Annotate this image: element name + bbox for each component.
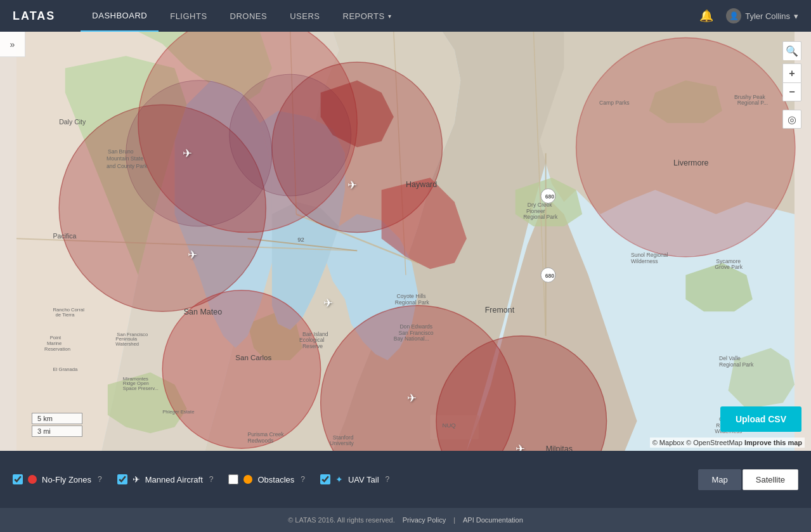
uav-tail-help[interactable]: ? (386, 475, 390, 484)
svg-text:680: 680 (545, 193, 555, 200)
map-attribution: © Mapbox © OpenStreetMap Improve this ma… (650, 438, 805, 448)
map-view-btn[interactable]: Map (698, 469, 741, 490)
satellite-view-btn[interactable]: Satellite (743, 469, 798, 490)
svg-text:Don Edwards: Don Edwards (399, 323, 432, 330)
svg-text:El Granada: El Granada (53, 367, 78, 372)
svg-text:Livermore: Livermore (673, 159, 708, 167)
svg-text:San Mateo: San Mateo (184, 308, 222, 316)
svg-text:San Francisco: San Francisco (398, 330, 433, 336)
header: LATAS DASHBOARD FLIGHTS DRONES USERS REP… (0, 0, 811, 32)
footer-divider: | (453, 516, 455, 524)
svg-text:Camp Parks: Camp Parks (599, 100, 629, 106)
svg-text:Hayward: Hayward (406, 180, 437, 189)
uav-tail-icon: ✦ (335, 474, 343, 484)
svg-text:Regional Park: Regional Park (523, 214, 558, 220)
svg-text:Del Valle: Del Valle (719, 355, 741, 361)
obstacles-dot (243, 475, 252, 484)
nav-reports[interactable]: REPORTS ▾ (332, 0, 403, 32)
svg-text:Reserve: Reserve (302, 343, 323, 349)
svg-text:Point: Point (50, 335, 62, 341)
legend-manned-aircraft: ✈ Manned Aircraft ? (117, 474, 214, 484)
logo: LATAS (13, 10, 55, 23)
svg-text:Stanford: Stanford (333, 434, 354, 441)
svg-text:Bair Island: Bair Island (302, 331, 328, 337)
header-right: 🔔 👤 Tyler Collins ▾ (699, 8, 798, 23)
view-toggle: Map Satellite (698, 469, 798, 490)
svg-text:University: University (330, 440, 354, 446)
svg-text:San Bruno: San Bruno (108, 148, 134, 155)
nav-drones[interactable]: DRONES (219, 0, 279, 32)
notification-bell-icon[interactable]: 🔔 (699, 9, 713, 23)
improve-map-link[interactable]: Improve this map (744, 439, 802, 446)
legend: No-Fly Zones ? ✈ Manned Aircraft ? Obsta… (13, 474, 698, 484)
no-fly-zones-help[interactable]: ? (98, 475, 102, 484)
manned-aircraft-label: Manned Aircraft (145, 475, 203, 484)
upload-csv-button[interactable]: Upload CSV (720, 406, 801, 432)
obstacles-label: Obstacles (257, 475, 294, 484)
nav-flights[interactable]: FLIGHTS (159, 0, 218, 32)
svg-text:Regional Park: Regional Park (719, 361, 754, 368)
svg-text:Reservation: Reservation (44, 346, 70, 352)
svg-text:Watershed: Watershed (115, 341, 139, 347)
uav-tail-label: UAV Tail (348, 475, 379, 484)
api-docs-link[interactable]: API Documentation (463, 516, 523, 524)
location-btn[interactable]: ◎ (782, 110, 801, 129)
svg-text:Daly City: Daly City (59, 118, 86, 126)
manned-aircraft-help[interactable]: ? (209, 475, 214, 484)
zoom-in-btn[interactable]: + (782, 63, 801, 82)
manned-aircraft-icon: ✈ (133, 474, 140, 484)
sidebar-toggle[interactable]: » (0, 32, 25, 57)
legend-obstacles: Obstacles ? (228, 474, 305, 484)
uav-tail-checkbox[interactable] (320, 474, 330, 484)
svg-text:Purisma Creek: Purisma Creek (248, 431, 285, 438)
scale-mi: 3 mi (32, 425, 82, 437)
map-search-btn[interactable]: 🔍 (782, 41, 801, 60)
bottom-bar: No-Fly Zones ? ✈ Manned Aircraft ? Obsta… (0, 451, 811, 508)
svg-text:Marine: Marine (47, 341, 62, 346)
svg-text:Regional P...: Regional P... (737, 100, 768, 106)
svg-text:Milpitas: Milpitas (546, 444, 573, 451)
reports-dropdown-arrow: ▾ (388, 13, 392, 20)
no-fly-zones-checkbox[interactable] (13, 474, 23, 484)
obstacles-checkbox[interactable] (228, 474, 238, 484)
nav-dashboard[interactable]: DASHBOARD (81, 0, 159, 32)
map-background: Daly City Pacifica Hayward San Mateo San… (0, 32, 811, 451)
main-nav: DASHBOARD FLIGHTS DRONES USERS REPORTS ▾ (81, 0, 699, 32)
svg-text:680: 680 (545, 273, 555, 279)
scale-km: 5 km (32, 413, 82, 424)
user-name: Tyler Collins (745, 11, 790, 21)
footer: © LATAS 2016. All rights reserved. Priva… (0, 508, 811, 532)
obstacles-help[interactable]: ? (301, 475, 305, 484)
nav-users[interactable]: USERS (278, 0, 331, 32)
svg-text:de Tierra: de Tierra (55, 312, 75, 318)
footer-copyright: © LATAS 2016. All rights reserved. (288, 516, 395, 524)
svg-text:Phleger Estate: Phleger Estate (162, 409, 194, 415)
svg-text:92: 92 (297, 236, 304, 243)
svg-text:NUQ: NUQ (443, 422, 456, 429)
svg-text:Bay National...: Bay National... (394, 335, 429, 342)
svg-point-12 (576, 38, 795, 257)
svg-text:Pioneer: Pioneer (526, 208, 545, 214)
user-menu-arrow: ▾ (794, 11, 798, 21)
legend-uav-tail: ✦ UAV Tail ? (320, 474, 389, 484)
svg-text:Ecological: Ecological (299, 337, 324, 343)
zoom-out-btn[interactable]: − (782, 82, 801, 101)
map-scale: 5 km 3 mi (32, 413, 82, 438)
svg-text:Space Preserv...: Space Preserv... (123, 386, 159, 391)
svg-text:Grove Park: Grove Park (715, 264, 743, 270)
privacy-policy-link[interactable]: Privacy Policy (403, 516, 446, 524)
svg-text:and County Park: and County Park (107, 163, 148, 169)
map-svg: Daly City Pacifica Hayward San Mateo San… (0, 32, 811, 451)
svg-text:Redwoods: Redwoods (248, 438, 274, 444)
svg-text:Wilderness: Wilderness (631, 258, 658, 264)
map-container[interactable]: Daly City Pacifica Hayward San Mateo San… (0, 32, 811, 451)
svg-text:Sunol Regional: Sunol Regional (631, 252, 668, 258)
svg-text:Coyote Hills: Coyote Hills (397, 293, 426, 299)
svg-text:Brushy Peak: Brushy Peak (734, 94, 766, 100)
svg-text:Pacifica: Pacifica (53, 232, 77, 240)
no-fly-zones-dot (28, 475, 37, 484)
svg-text:Regional Park: Regional Park (395, 299, 430, 306)
manned-aircraft-checkbox[interactable] (117, 474, 127, 484)
user-menu[interactable]: 👤 Tyler Collins ▾ (726, 8, 798, 23)
user-avatar: 👤 (726, 8, 741, 23)
